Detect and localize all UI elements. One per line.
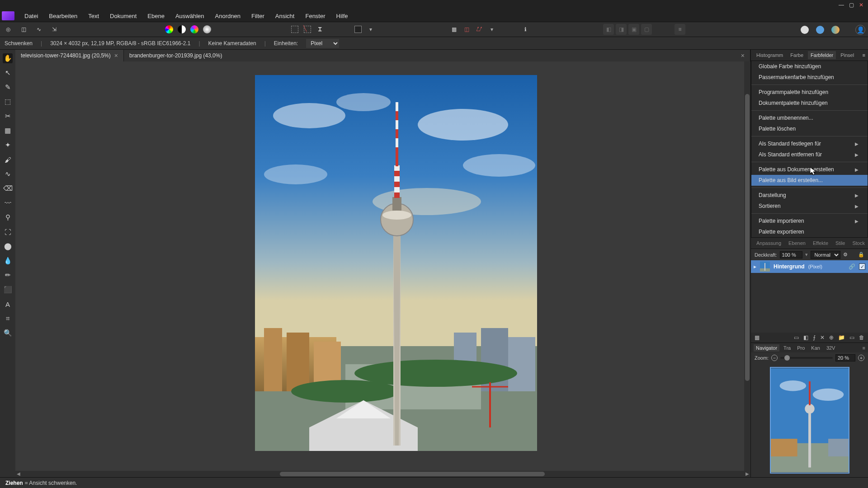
tool-zoom[interactable]: 🔍 — [3, 328, 13, 338]
tool-erase[interactable]: ⌫ — [3, 183, 13, 193]
tool-marquee[interactable]: ▦ — [3, 126, 13, 136]
tool-crop[interactable]: ⬚ — [3, 97, 13, 107]
toolbar-marquee-icon[interactable] — [289, 24, 300, 35]
zoom-out-icon[interactable]: − — [771, 355, 778, 361]
zoom-slider[interactable] — [780, 357, 833, 359]
context-menu-item[interactable]: Sortieren▶ — [751, 201, 868, 211]
toolbar-colorwheel-icon[interactable] — [164, 24, 175, 35]
toolbar-grid-icon[interactable]: ▦ — [448, 24, 459, 35]
persona-develop-icon[interactable] — [830, 24, 841, 35]
tool-smudge[interactable]: ∿ — [3, 169, 13, 179]
context-menu-item[interactable]: Als Standard entfernen für▶ — [751, 149, 868, 160]
document-tab-0-close-icon[interactable]: × — [114, 52, 118, 59]
licon-new[interactable]: ▭ — [849, 334, 854, 341]
tool-hand[interactable]: ✋ — [3, 53, 13, 63]
ltab-ebenen[interactable]: Ebenen — [786, 239, 808, 247]
toolbar-quicklook-icon[interactable] — [353, 24, 363, 35]
toolbar-bw-icon[interactable] — [176, 24, 187, 35]
menu-ansicht[interactable]: Ansicht — [271, 11, 299, 21]
licon-fx[interactable]: ◧ — [803, 334, 808, 341]
navigator-thumbnail[interactable] — [770, 367, 849, 474]
tool-cut[interactable]: ✂ — [3, 111, 13, 121]
licon-folder[interactable]: 📁 — [838, 334, 845, 341]
panel-menu-icon[interactable]: ≡ — [863, 52, 865, 58]
licon-intersect[interactable]: ✕ — [820, 334, 825, 341]
tool-magic[interactable]: ✦ — [3, 140, 13, 150]
layer-link-icon[interactable]: 🔗 — [849, 263, 855, 270]
licon-trash[interactable]: 🗑 — [859, 334, 864, 341]
window-minimize[interactable]: — — [836, 1, 846, 9]
layer-settings-icon[interactable]: ⚙ — [843, 252, 848, 258]
nav-tab-tra[interactable]: Tra — [781, 344, 793, 352]
context-menu-item[interactable]: Passermarkenfarbe hinzufügen — [751, 72, 868, 83]
context-menu-item[interactable]: Palette löschen — [751, 123, 868, 134]
tool-brush[interactable]: 🖌 — [3, 155, 13, 164]
context-menu-item[interactable]: Palette importieren▶ — [751, 216, 868, 226]
toolbar-align-icon[interactable]: ◫ — [461, 24, 472, 35]
layer-lock-icon[interactable]: 🔒 — [858, 252, 864, 258]
opacity-input[interactable] — [780, 251, 802, 258]
toolbar-text-cursor-icon[interactable]: Ꮖ — [315, 24, 326, 35]
nav-tab-32v[interactable]: 32V — [824, 344, 838, 352]
tool-blur[interactable]: 💧 — [3, 256, 13, 266]
context-menu-item[interactable]: Programmpalette hinzufügen — [751, 87, 868, 98]
context-menu-item[interactable]: Palette aus Bild erstellen... — [751, 175, 868, 186]
menu-bearbeiten[interactable]: Bearbeiten — [44, 11, 82, 21]
context-menu-item[interactable]: Darstellung▶ — [751, 190, 868, 201]
toolbar-box4-icon[interactable]: ▢ — [641, 24, 652, 35]
nav-menu-icon[interactable]: ≡ — [863, 345, 865, 351]
nav-tab-navigator[interactable]: Navigator — [754, 344, 779, 352]
context-menu-item[interactable]: Dokumentpalette hinzufügen — [751, 98, 868, 108]
layer-visible-checkbox[interactable]: ✓ — [859, 263, 865, 270]
hscroll-left-icon[interactable]: ◀ — [15, 471, 22, 477]
menu-text[interactable]: Text — [84, 11, 104, 21]
context-menu-item[interactable]: Palette umbenennen... — [751, 113, 868, 123]
menu-fenster[interactable]: Fenster — [301, 11, 330, 21]
tool-pencil[interactable]: ✏ — [3, 270, 13, 280]
window-close[interactable]: ✕ — [856, 1, 866, 9]
tool-text[interactable]: A — [3, 299, 13, 309]
hscroll-right-icon[interactable]: ▶ — [744, 471, 750, 477]
toolbar-target-icon[interactable]: ◎ — [3, 24, 14, 35]
menu-auswaehlen[interactable]: Auswählen — [171, 11, 209, 21]
toolbar-align-center-icon[interactable]: ≡ — [675, 24, 685, 35]
nav-tab-pro[interactable]: Pro — [795, 344, 807, 352]
ltab-effekte[interactable]: Effekte — [810, 239, 831, 247]
tool-clone[interactable]: ⚲ — [3, 212, 13, 222]
persona-liquify-icon[interactable] — [815, 24, 826, 35]
panel-tab-pinsel[interactable]: Pinsel — [838, 51, 857, 59]
toolbar-gradient-icon[interactable] — [202, 24, 212, 35]
tool-fill[interactable]: ⬛ — [3, 285, 13, 295]
tool-mesh[interactable]: ⌗ — [3, 314, 13, 324]
toolbar-box2-icon[interactable]: ◨ — [616, 24, 627, 35]
panel-tab-farbfelder[interactable]: Farbfelder — [808, 51, 836, 59]
menu-hilfe[interactable]: Hilfe — [332, 11, 353, 21]
toolbar-share-icon[interactable]: ⇲ — [49, 24, 60, 35]
tool-dodge[interactable]: 〰 — [3, 198, 13, 208]
layer-expand-icon[interactable]: ▸ — [754, 263, 756, 270]
zoom-in-icon[interactable]: + — [858, 355, 864, 361]
tool-shape[interactable]: ⬤ — [3, 241, 13, 251]
context-menu-item[interactable]: Palette exportieren — [751, 226, 868, 237]
document-tab-0[interactable]: television-tower-7244801.jpg (20,5%) × — [15, 50, 124, 61]
ltab-stile[interactable]: Stile — [833, 239, 848, 247]
licon-fn[interactable]: ⨍ — [813, 334, 816, 341]
document-tab-1-close-icon[interactable]: × — [741, 52, 745, 59]
menu-datei[interactable]: Datei — [20, 11, 42, 21]
licon-add[interactable]: ⊕ — [829, 334, 834, 341]
menu-filter[interactable]: Filter — [247, 11, 269, 21]
panel-tab-histogramm[interactable]: Histogramm — [754, 51, 786, 59]
tool-perspective[interactable]: ⛶ — [3, 227, 13, 237]
context-menu-item[interactable]: Palette aus Dokument erstellen▶ — [751, 164, 868, 175]
toolbar-box3-icon[interactable]: ▣ — [628, 24, 639, 35]
canvas[interactable] — [15, 61, 750, 471]
persona-photo-icon[interactable] — [799, 24, 810, 35]
licon-mask[interactable]: ▦ — [755, 334, 760, 341]
horizontal-scrollbar[interactable]: ◀ ▶ — [15, 471, 750, 477]
document-tab-1[interactable]: brandenburger-tor-201939.jpg (43,0%) × — [124, 50, 750, 61]
toolbar-marquee-cross-icon[interactable]: ╲ — [302, 24, 313, 35]
menu-ebene[interactable]: Ebene — [143, 11, 169, 21]
opacity-dropdown-icon[interactable]: ▾ — [805, 252, 808, 258]
window-maximize[interactable]: ▢ — [846, 1, 856, 9]
tool-pen[interactable]: ✎ — [3, 82, 13, 92]
